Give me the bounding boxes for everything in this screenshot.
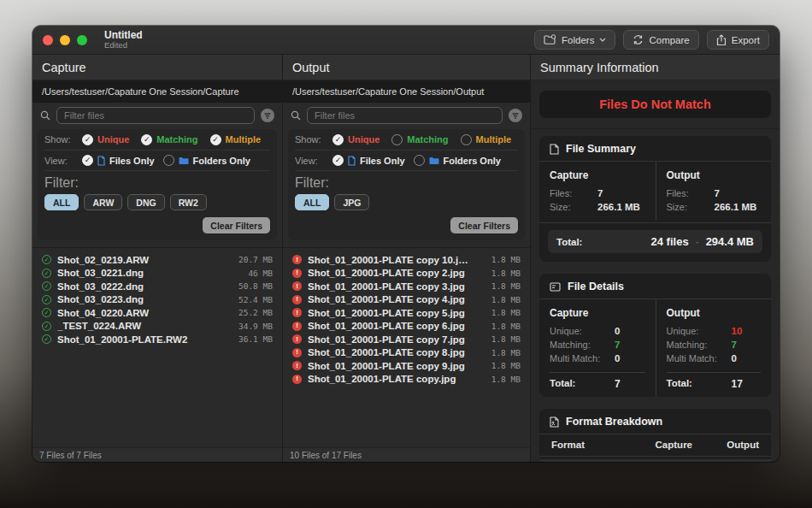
capture-search-input[interactable]	[56, 107, 255, 124]
checkbox[interactable]	[141, 134, 152, 145]
format-filter-button[interactable]: ARW	[84, 194, 122, 210]
output-filter-menu-button[interactable]	[509, 109, 522, 122]
file-row[interactable]: Shot_01_20001-PLATE copy 9.jpg 1.8 MB	[283, 359, 530, 373]
output-clear-filters-button[interactable]: Clear Filters	[450, 217, 518, 233]
output-search-row	[283, 103, 530, 128]
view-option-files-only[interactable]: Files Only	[332, 155, 405, 166]
export-button[interactable]: Export	[707, 30, 769, 50]
view-option-folders-only[interactable]: Folders Only	[414, 155, 501, 166]
view-option-label: Folders Only	[193, 156, 250, 166]
card-title: File Details	[568, 281, 624, 292]
show-option[interactable]: Unique	[332, 134, 380, 145]
file-row[interactable]: Shot_01_20001-PLATE copy 5.jpg 1.8 MB	[283, 306, 530, 320]
checkbox[interactable]	[332, 134, 344, 145]
format-filter-button[interactable]: RW2	[170, 194, 207, 210]
show-option[interactable]: Matching	[141, 134, 197, 145]
file-name: Shot_01_20001-PLATE copy 4.jpg	[308, 294, 470, 304]
capture-format-filters: ALL ARW DNG RW2	[44, 194, 270, 210]
format-filter-button[interactable]: JPG	[334, 194, 369, 210]
capture-clear-filters-button[interactable]: Clear Filters	[203, 217, 270, 233]
file-row[interactable]: Shot_01_20001-PLATE copy 7.jpg 1.8 MB	[283, 333, 530, 346]
file-status-icon	[42, 322, 51, 331]
sync-arrows-icon	[633, 34, 644, 45]
file-row[interactable]: Shot_03_0223.dng 52.4 MB	[32, 293, 282, 307]
file-row[interactable]: Shot_03_0221.dng 46 MB	[32, 267, 282, 281]
output-count-cell: 0	[692, 460, 759, 462]
view-option-label: Folders Only	[444, 156, 501, 166]
file-row[interactable]: Shot_01_20001-PLATE copy 10.jpg 1.8 MB	[283, 253, 530, 267]
checkbox[interactable]	[391, 134, 403, 145]
capture-summary-stats: Files: 7 Size: 266.1 MB	[550, 186, 645, 214]
traffic-lights	[43, 35, 87, 45]
close-button[interactable]	[43, 35, 53, 45]
total-separator: ·	[696, 236, 699, 248]
file-row[interactable]: Shot_01_20001-PLATE copy 4.jpg 1.8 MB	[283, 293, 530, 307]
file-row[interactable]: Shot_01_20001-PLATE.RW2 36.1 MB	[32, 333, 282, 346]
stat-row: Matching: 7	[550, 338, 645, 351]
capture-file-list: Shot_02_0219.ARW 20.7 MB Shot_03_0221.dn…	[32, 247, 282, 351]
checkbox[interactable]	[461, 134, 472, 145]
zoom-button[interactable]	[77, 35, 87, 45]
format-filter-button[interactable]: DNG	[127, 194, 164, 210]
capture-search-row	[32, 103, 282, 128]
export-button-label: Export	[732, 35, 760, 45]
file-row[interactable]: Shot_03_0222.dng 50.8 MB	[32, 280, 282, 293]
file-name: Shot_01_20001-PLATE copy 3.jpg	[308, 281, 470, 292]
stat-row: Size: 266.1 MB	[667, 200, 762, 214]
file-name: Shot_03_0221.dng	[57, 268, 222, 278]
minimize-button[interactable]	[60, 35, 70, 45]
checkbox[interactable]	[332, 155, 344, 166]
show-option[interactable]: Matching	[391, 134, 448, 145]
file-status-icon	[42, 308, 51, 317]
format-filter-button[interactable]: ALL	[295, 194, 329, 210]
file-row[interactable]: Shot_02_0219.ARW 20.7 MB	[32, 253, 282, 267]
show-option[interactable]: Multiple	[461, 134, 512, 145]
show-option[interactable]: Unique	[82, 134, 129, 145]
format-filter-button[interactable]: ALL	[44, 194, 79, 210]
output-format-filters: ALL JPG	[295, 194, 518, 210]
file-status-icon	[292, 375, 302, 384]
file-status-icon	[292, 322, 302, 331]
radio[interactable]	[414, 155, 425, 166]
file-row[interactable]: Shot_01_20001-PLATE copy 3.jpg 1.8 MB	[283, 280, 530, 293]
view-option-files-only[interactable]: Files Only	[82, 155, 155, 166]
total-value: 7	[615, 378, 645, 390]
folders-button[interactable]: Folders	[534, 30, 615, 50]
radio[interactable]	[163, 155, 174, 166]
file-status-icon	[292, 361, 302, 370]
file-name: Shot_03_0222.dng	[57, 281, 222, 292]
capture-count-cell: 3	[615, 460, 692, 462]
document-icon	[550, 144, 559, 155]
file-status-icon	[292, 348, 302, 357]
capture-filter-menu-button[interactable]	[261, 109, 274, 122]
output-search-input[interactable]	[307, 107, 503, 124]
file-size: 1.8 MB	[476, 281, 521, 291]
show-option-label: Unique	[97, 134, 129, 145]
file-name: Shot_03_0223.dng	[57, 294, 222, 304]
file-row[interactable]: Shot_01_20001-PLATE copy 2.jpg 1.8 MB	[283, 267, 530, 281]
file-row[interactable]: _TEST_0224.ARW 34.9 MB	[32, 320, 282, 334]
file-row[interactable]: Shot_04_0220.ARW 25.2 MB	[32, 306, 282, 320]
file-size: 1.8 MB	[476, 308, 521, 317]
output-show-options: Unique Matching Multiple	[332, 134, 511, 145]
checkbox[interactable]	[210, 134, 221, 145]
show-option[interactable]: Multiple	[210, 134, 262, 145]
column-title: Output	[667, 307, 762, 319]
output-summary-stats: Files: 7 Size: 266.1 MB	[667, 186, 762, 214]
view-option-folders-only[interactable]: Folders Only	[163, 155, 250, 166]
view-option-label: Files Only	[360, 156, 405, 166]
file-status-icon	[292, 281, 302, 291]
file-status-icon	[292, 295, 302, 304]
file-row[interactable]: Shot_01_20001-PLATE copy 8.jpg 1.8 MB	[283, 346, 530, 360]
checkbox[interactable]	[82, 155, 93, 166]
output-path-bar: /Users/testuser/Capature One Session/Out…	[283, 80, 530, 103]
checkbox[interactable]	[82, 134, 93, 145]
file-size: 1.8 MB	[476, 334, 521, 344]
file-size: 34.9 MB	[228, 322, 273, 331]
file-row[interactable]: Shot_01_20001-PLATE copy.jpg 1.8 MB	[283, 373, 530, 387]
format-table-body: ARW 3 0 DNG 3 0 JP	[539, 456, 771, 462]
file-status-icon	[42, 255, 51, 264]
stat-value: 7	[597, 188, 645, 198]
compare-button[interactable]: Compare	[623, 30, 698, 50]
file-row[interactable]: Shot_01_20001-PLATE copy 6.jpg 1.8 MB	[283, 320, 530, 334]
